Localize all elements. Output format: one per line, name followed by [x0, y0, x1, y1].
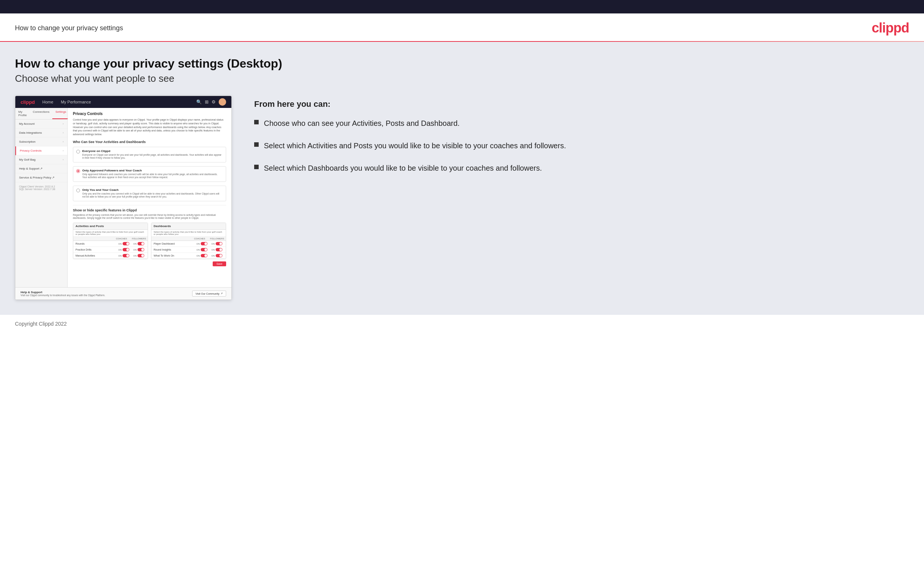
practice-coaches-toggle[interactable]: ON	[117, 248, 131, 251]
manual-coaches-toggle[interactable]: ON	[117, 254, 131, 257]
practice-followers-switch[interactable]	[137, 248, 144, 251]
visit-community-button[interactable]: Visit Our Community ↗	[192, 290, 226, 297]
dashboards-panel-header: Dashboards	[151, 223, 226, 230]
copyright-text: Copyright Clippd 2022	[15, 321, 67, 327]
bullet-item-2: Select which Activities and Posts you wo…	[254, 140, 901, 151]
bullet-marker-1	[254, 120, 258, 124]
logo: clippd	[872, 20, 909, 36]
toggle-row-round-insights: Round Insights ON ON	[151, 247, 226, 253]
radio-everyone-desc: Everyone on Clippd can search for you an…	[82, 153, 223, 160]
radio-coach-only[interactable]: Only You and Your Coach Only you and the…	[73, 185, 226, 201]
tab-connections[interactable]: Connections	[30, 108, 52, 119]
coaches-col-label: COACHES	[115, 237, 128, 240]
rounds-followers-toggle[interactable]: ON	[132, 242, 145, 245]
sc-nav-home[interactable]: Home	[42, 100, 53, 104]
round-insights-coaches-switch[interactable]	[201, 248, 207, 251]
manual-coaches-switch[interactable]	[123, 254, 129, 257]
sc-help-section: Help & Support Visit our Clippd communit…	[15, 287, 231, 300]
main-content: How to change your privacy settings (Des…	[0, 42, 924, 315]
privacy-controls-title: Privacy Controls	[73, 112, 226, 116]
content-row: clippd Home My Performance 🔍 ⊞ ⚙ My Prof…	[15, 96, 909, 300]
radio-everyone-title: Everyone on Clippd	[82, 149, 223, 153]
info-panel: From here you can: Choose who can see yo…	[247, 96, 909, 189]
help-desc: Visit our Clippd community to troublesho…	[21, 294, 105, 297]
radio-everyone-input[interactable]	[76, 150, 80, 153]
sidebar-item-subscription[interactable]: Subscription ›	[15, 137, 67, 147]
radio-coach-only-desc: Only you and the coaches you connect wit…	[82, 192, 223, 199]
what-to-work-label: What To Work On	[153, 254, 195, 257]
manual-followers-switch[interactable]	[137, 254, 144, 257]
screenshot-mockup: clippd Home My Performance 🔍 ⊞ ⚙ My Prof…	[15, 96, 232, 300]
practice-coaches-switch[interactable]	[123, 248, 129, 251]
bullet-text-2: Select which Activities and Posts you wo…	[264, 140, 566, 151]
privacy-controls-description: Control how you and your data appears to…	[73, 118, 226, 136]
sc-nav-icons: 🔍 ⊞ ⚙	[196, 98, 226, 106]
round-insights-toggles: ON ON	[195, 248, 223, 251]
radio-everyone[interactable]: Everyone on Clippd Everyone on Clippd ca…	[73, 147, 226, 163]
what-to-work-followers-switch[interactable]	[216, 254, 222, 257]
player-dash-followers-switch[interactable]	[216, 242, 222, 245]
sc-navbar: clippd Home My Performance 🔍 ⊞ ⚙	[15, 96, 231, 108]
sidebar-item-data-integrations[interactable]: Data Integrations ›	[15, 129, 67, 137]
what-to-work-coaches-toggle[interactable]: ON	[195, 254, 208, 257]
rounds-label: Rounds	[76, 242, 117, 245]
radio-coach-only-input[interactable]	[76, 189, 80, 192]
sc-sidebar-tabs: My Profile Connections Settings	[15, 108, 67, 119]
rounds-followers-switch[interactable]	[137, 242, 144, 245]
settings-icon[interactable]: ⚙	[212, 99, 216, 105]
header-title: How to change your privacy settings	[15, 24, 123, 32]
practice-toggles: ON ON	[117, 248, 145, 251]
toggle-section: Show or hide specific features in Clippd…	[73, 205, 226, 268]
help-title: Help & Support	[21, 290, 105, 294]
sidebar-item-my-golf-bag[interactable]: My Golf Bag ›	[15, 155, 67, 164]
toggle-row-what-to-work: What To Work On ON ON	[151, 253, 226, 259]
player-dash-followers-toggle[interactable]: ON	[210, 242, 223, 245]
sidebar-item-my-account[interactable]: My Account ›	[15, 119, 67, 129]
who-title: Who Can See Your Activities and Dashboar…	[73, 140, 226, 144]
radio-followers[interactable]: Only Approved Followers and Your Coach O…	[73, 166, 226, 182]
practice-followers-toggle[interactable]: ON	[132, 248, 145, 251]
player-dash-toggles: ON ON	[195, 242, 223, 245]
sc-nav-performance[interactable]: My Performance	[61, 100, 91, 104]
sidebar-item-service-privacy[interactable]: Service & Privacy Policy ↗	[15, 173, 67, 182]
bullet-text-1: Choose who can see your Activities, Post…	[264, 118, 460, 129]
avatar[interactable]	[219, 98, 226, 106]
radio-followers-input[interactable]	[76, 169, 80, 173]
player-dash-coaches-toggle[interactable]: ON	[195, 242, 208, 245]
what-to-work-coaches-switch[interactable]	[201, 254, 207, 257]
footer: Copyright Clippd 2022	[0, 315, 924, 333]
rounds-coaches-switch[interactable]	[123, 242, 129, 245]
bullet-text-3: Select which Dashboards you would like t…	[264, 163, 542, 173]
bullet-item-3: Select which Dashboards you would like t…	[254, 163, 901, 173]
tab-my-profile[interactable]: My Profile	[15, 108, 30, 119]
player-dash-coaches-switch[interactable]	[201, 242, 207, 245]
show-hide-desc: Regardless of the privacy controls that …	[73, 214, 226, 220]
what-to-work-followers-toggle[interactable]: ON	[210, 254, 223, 257]
bullet-marker-3	[254, 165, 258, 169]
bullet-marker-2	[254, 142, 258, 147]
round-insights-label: Round Insights	[153, 248, 195, 251]
sc-main-panel: Privacy Controls Control how you and you…	[68, 108, 231, 287]
activities-panel-subheader: COACHES FOLLOWERS	[73, 237, 148, 241]
sidebar-item-privacy-controls[interactable]: Privacy Controls ›	[15, 147, 67, 155]
grid-icon[interactable]: ⊞	[205, 99, 208, 105]
radio-coach-only-title: Only You and Your Coach	[82, 188, 223, 192]
round-insights-followers-toggle[interactable]: ON	[210, 248, 223, 251]
d-followers-col-label: FOLLOWERS	[210, 237, 223, 240]
rounds-coaches-toggle[interactable]: ON	[117, 242, 131, 245]
activities-panel-header: Activities and Posts	[73, 223, 148, 230]
toggle-row-player-dash: Player Dashboard ON ON	[151, 241, 226, 247]
manual-followers-toggle[interactable]: ON	[132, 254, 145, 257]
page-subheading: Choose what you want people to see	[15, 73, 909, 84]
round-insights-followers-switch[interactable]	[216, 248, 222, 251]
rounds-toggles: ON ON	[117, 242, 145, 245]
save-button[interactable]: Save	[213, 261, 226, 266]
toggle-row-manual: Manual Activities ON ON	[73, 253, 148, 259]
search-icon[interactable]: 🔍	[196, 99, 202, 105]
chevron-icon: ›	[63, 131, 63, 134]
tab-settings[interactable]: Settings	[52, 108, 69, 119]
toggle-row-practice: Practice Drills ON ON	[73, 247, 148, 253]
sidebar-item-help-support[interactable]: Help & Support ↗	[15, 164, 67, 173]
external-link-icon: ↗	[221, 292, 223, 295]
round-insights-coaches-toggle[interactable]: ON	[195, 248, 208, 251]
